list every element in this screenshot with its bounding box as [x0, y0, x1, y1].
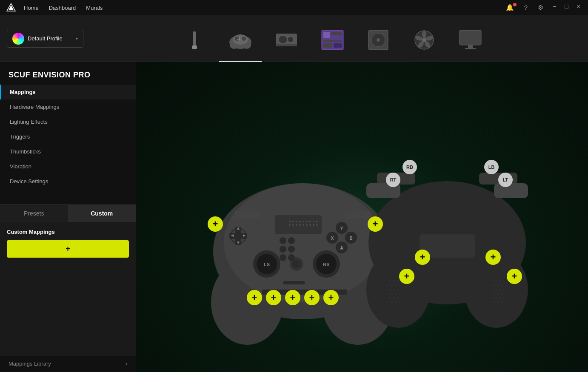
svg-rect-32: [460, 30, 481, 45]
svg-point-72: [309, 221, 311, 222]
sidebar-item-mappings[interactable]: Mappings: [0, 85, 136, 99]
svg-point-82: [313, 224, 314, 226]
cpufan-icon: [411, 29, 437, 51]
mappings-library[interactable]: Mappings Library ›: [0, 355, 136, 372]
tab-switcher: Presets Custom: [0, 204, 136, 222]
sidebar-item-thumbsticks[interactable]: Thumbsticks: [0, 144, 136, 159]
svg-point-121: [493, 293, 495, 295]
plus-btn-top-left[interactable]: +: [208, 216, 223, 232]
svg-point-88: [280, 254, 286, 261]
svg-point-75: [289, 224, 291, 226]
maximize-button[interactable]: □: [562, 2, 571, 13]
nav-home[interactable]: Home: [24, 5, 39, 11]
svg-point-119: [495, 289, 497, 290]
svg-point-127: [493, 301, 495, 303]
lb-label: LB: [484, 160, 499, 174]
notification-bell[interactable]: 🔔: [502, 2, 517, 13]
svg-text:B: B: [349, 236, 352, 241]
device-tab-case[interactable]: [357, 15, 400, 62]
plus-btn-bottom-3[interactable]: +: [285, 290, 300, 305]
svg-point-117: [502, 284, 503, 286]
svg-text:X: X: [331, 236, 334, 241]
svg-rect-21: [334, 43, 342, 48]
svg-rect-33: [468, 45, 473, 48]
svg-point-103: [387, 293, 388, 295]
sidebar-item-triggers[interactable]: Triggers: [0, 129, 136, 144]
svg-rect-11: [237, 39, 240, 40]
svg-rect-20: [323, 43, 332, 48]
plus-btn-back-upper-left[interactable]: +: [415, 250, 430, 265]
device-tab-gamepad[interactable]: [219, 15, 262, 62]
svg-point-81: [309, 224, 311, 226]
svg-point-104: [391, 293, 393, 295]
svg-point-111: [395, 301, 397, 303]
svg-rect-17: [323, 32, 330, 38]
plus-btn-back-shoulder-left[interactable]: +: [399, 269, 414, 284]
svg-rect-15: [276, 44, 297, 46]
svg-point-94: [389, 280, 391, 282]
custom-panel: Custom Mappings +: [0, 222, 136, 355]
svg-rect-3: [192, 45, 197, 49]
help-icon[interactable]: ?: [521, 2, 531, 13]
plus-btn-bottom-5[interactable]: +: [323, 290, 339, 305]
svg-point-79: [303, 224, 304, 226]
gamepad-icon: [228, 29, 253, 51]
close-button[interactable]: ×: [574, 2, 583, 13]
device-tab-motherboard[interactable]: [311, 15, 354, 62]
svg-text:RS: RS: [323, 262, 329, 267]
plus-btn-back-upper-right[interactable]: +: [485, 250, 501, 265]
device-tab-gpu[interactable]: [265, 15, 308, 62]
svg-point-107: [393, 297, 395, 299]
sidebar-item-lighting-effects[interactable]: Lighting Effects: [0, 114, 136, 129]
svg-point-13: [279, 35, 287, 44]
mappings-library-label: Mappings Library: [9, 361, 51, 367]
svg-point-69: [299, 221, 301, 222]
presets-tab[interactable]: Presets: [0, 204, 68, 222]
sidebar-item-device-settings[interactable]: Device Settings: [0, 174, 136, 189]
usb-icon: [182, 29, 207, 51]
svg-text:►: ►: [242, 233, 246, 238]
plus-btn-bottom-4[interactable]: +: [304, 290, 320, 305]
sidebar-nav: Mappings Hardware Mappings Lighting Effe…: [0, 85, 136, 204]
plus-btn-bottom-1[interactable]: +: [247, 290, 262, 305]
device-tab-cpufan[interactable]: [403, 15, 445, 62]
svg-rect-63: [234, 211, 260, 219]
add-mapping-button[interactable]: +: [7, 240, 129, 258]
device-tab-usb[interactable]: [173, 15, 216, 62]
mappings-library-arrow: ›: [126, 361, 127, 367]
window-controls: 🔔 ? ⚙ − □ ×: [502, 2, 583, 13]
svg-point-118: [491, 289, 493, 290]
minimize-button[interactable]: −: [550, 2, 559, 13]
nav-dashboard[interactable]: Dashboard: [49, 5, 76, 11]
svg-point-95: [393, 280, 395, 282]
sidebar-item-vibration[interactable]: Vibration: [0, 159, 136, 174]
settings-icon[interactable]: ⚙: [534, 2, 547, 13]
svg-point-74: [316, 221, 318, 222]
custom-tab[interactable]: Custom: [68, 204, 136, 222]
svg-point-9: [242, 37, 246, 41]
plus-btn-back-shoulder-right[interactable]: +: [507, 269, 522, 284]
svg-rect-62: [275, 215, 322, 234]
svg-point-115: [493, 284, 495, 286]
plus-btn-top-right[interactable]: +: [368, 216, 383, 232]
sidebar-item-hardware-mappings[interactable]: Hardware Mappings: [0, 99, 136, 114]
profile-selector[interactable]: Default Profile ▾: [7, 30, 83, 48]
svg-point-80: [306, 224, 308, 226]
sidebar: SCUF ENVISION PRO Mappings Hardware Mapp…: [0, 62, 136, 372]
svg-point-84: [280, 237, 286, 244]
svg-point-120: [500, 289, 501, 290]
svg-point-71: [306, 221, 308, 222]
svg-point-125: [495, 297, 497, 299]
svg-text:Y: Y: [340, 226, 343, 231]
svg-text:▼: ▼: [236, 240, 240, 245]
svg-point-102: [397, 289, 399, 290]
rb-label: RB: [402, 160, 417, 174]
device-tab-display[interactable]: [449, 15, 491, 62]
gpu-icon: [274, 29, 299, 51]
svg-point-109: [387, 301, 388, 303]
svg-point-124: [491, 297, 493, 299]
plus-btn-bottom-2[interactable]: +: [266, 290, 281, 305]
svg-point-114: [500, 280, 501, 282]
svg-point-126: [500, 297, 501, 299]
nav-murals[interactable]: Murals: [86, 5, 103, 11]
